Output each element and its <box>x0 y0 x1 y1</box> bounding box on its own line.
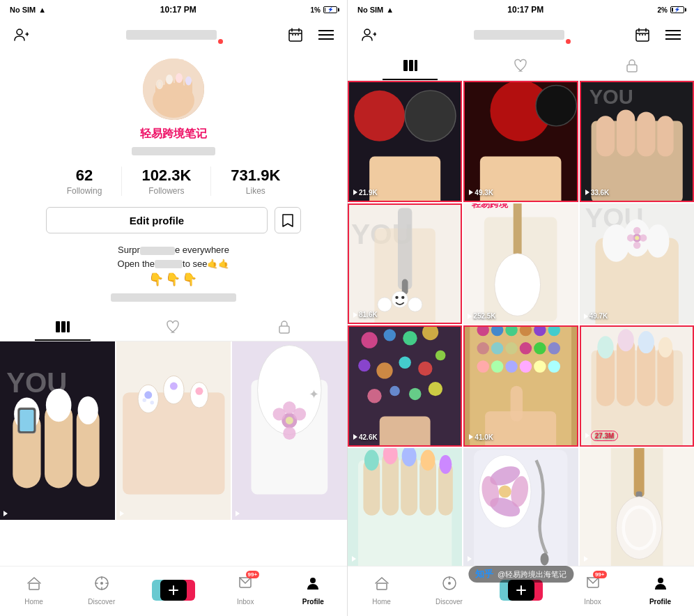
video-thumb-3[interactable]: ✦ <box>232 341 347 520</box>
svg-rect-142 <box>380 416 431 445</box>
tab-videos-2[interactable] <box>355 50 465 80</box>
view-count-2 <box>120 511 124 516</box>
battery-pct-1: 1% <box>311 6 321 14</box>
view-count-v11 <box>468 556 472 562</box>
avatar <box>143 59 204 120</box>
carrier-1: No SIM <box>10 6 36 14</box>
tab-private[interactable] <box>229 313 340 341</box>
likes-label: Likes <box>246 186 265 196</box>
nav-home-1[interactable]: Home <box>17 575 52 606</box>
video-grid-1: YOU <box>0 341 347 566</box>
nav-profile-2[interactable]: Profile <box>643 575 678 606</box>
stat-following[interactable]: 62 Following <box>47 167 123 196</box>
plus-button[interactable] <box>152 578 195 602</box>
tab-videos[interactable] <box>7 313 118 341</box>
calendar-icon-1[interactable] <box>284 24 307 46</box>
svg-text:轻易跨境: 轻易跨境 <box>471 203 509 209</box>
tab-liked[interactable] <box>118 313 229 341</box>
svg-point-68 <box>364 29 370 35</box>
video-grid-2: 21.9K 49.3K YOU <box>348 81 694 566</box>
status-right-2: 2% ⚡ <box>658 6 684 14</box>
bottom-nav-1: Home Discover <box>0 566 347 616</box>
svg-point-141 <box>429 382 442 396</box>
video-cell-10[interactable] <box>348 448 462 567</box>
add-user-button-1[interactable] <box>10 24 32 46</box>
tab-liked-2[interactable] <box>465 50 576 80</box>
home-label-1: Home <box>24 598 43 606</box>
view-count-v1: 21.9K <box>353 189 378 197</box>
view-count-3 <box>236 511 240 516</box>
nav-home-2[interactable]: Home <box>364 575 399 606</box>
video-cell-12[interactable] <box>580 448 694 567</box>
svg-text:✦: ✦ <box>309 387 319 401</box>
svg-rect-99 <box>657 116 673 156</box>
video-cell-9[interactable]: 27.3M <box>580 325 694 447</box>
top-nav-center-2 <box>474 30 569 40</box>
view-count-v5: 252.5K <box>468 312 495 320</box>
view-count-v7: 42.6K <box>353 433 378 441</box>
phone2-content: 21.9K 49.3K YOU <box>348 50 694 566</box>
svg-rect-81 <box>403 60 408 71</box>
calendar-icon-2[interactable] <box>631 24 654 46</box>
svg-point-174 <box>658 337 672 357</box>
view-count-v8: 41.0K <box>469 433 493 441</box>
svg-point-151 <box>477 342 489 354</box>
inbox-label-1: Inbox <box>237 598 254 606</box>
video-cell-1[interactable]: 21.9K <box>348 81 462 202</box>
wifi-icon-1: ▲ <box>38 6 46 14</box>
svg-point-35 <box>78 396 98 424</box>
svg-point-87 <box>405 91 456 141</box>
nav-inbox-2[interactable]: 99+ Inbox <box>576 575 610 606</box>
view-count-1 <box>3 511 8 516</box>
menu-icon-1[interactable] <box>315 24 337 46</box>
time-2: 10:17 PM <box>507 5 543 15</box>
status-right-1: 1% ⚡ <box>311 6 337 14</box>
stat-likes[interactable]: 731.9K Likes <box>211 167 300 196</box>
stat-followers[interactable]: 102.3K Followers <box>122 167 211 196</box>
view-count-v2: 49.3K <box>469 189 493 197</box>
inbox-badge-count-2: 99+ <box>593 571 607 578</box>
tab-private-2[interactable] <box>576 50 687 80</box>
nav-profile-1[interactable]: Profile <box>295 575 330 606</box>
edit-profile-button[interactable]: Edit profile <box>46 207 268 233</box>
bookmark-button[interactable] <box>275 207 301 233</box>
svg-point-60 <box>100 582 103 585</box>
followers-label: Followers <box>148 186 184 196</box>
menu-icon-2[interactable] <box>662 24 684 46</box>
time-1: 10:17 PM <box>160 5 196 15</box>
svg-point-204 <box>448 582 451 585</box>
video-cell-2[interactable]: 49.3K <box>463 81 578 202</box>
svg-point-21 <box>176 73 183 83</box>
svg-point-20 <box>166 75 173 84</box>
nav-discover-1[interactable]: Discover <box>84 575 119 606</box>
svg-point-137 <box>435 351 446 361</box>
video-cell-6[interactable]: YOU 49.7K <box>580 203 694 325</box>
discover-label-2: Discover <box>435 598 463 606</box>
video-cell-11[interactable] <box>463 448 578 567</box>
svg-point-152 <box>491 342 503 354</box>
video-thumb-1[interactable]: YOU <box>0 341 115 520</box>
stats-row: 62 Following 102.3K Followers 731.9K Lik… <box>14 167 333 196</box>
phone-2: No SIM ▲ 10:17 PM 2% ⚡ <box>347 0 694 616</box>
video-cell-8[interactable]: 41.0K <box>463 325 578 447</box>
view-count-v12 <box>584 556 588 562</box>
svg-point-182 <box>364 449 379 470</box>
video-cell-5[interactable]: 轻易跨境 252.5K <box>463 203 578 325</box>
watermark-text: @轻易跨境出海笔记 <box>498 569 566 580</box>
video-cell-3[interactable]: YOU 33.6K <box>580 81 694 202</box>
battery-icon-2: ⚡ <box>670 6 684 13</box>
profile-username: 轻易跨境笔记 <box>140 127 207 141</box>
svg-point-7 <box>292 34 293 36</box>
svg-point-158 <box>491 360 503 372</box>
svg-point-77 <box>645 34 646 36</box>
bio-section: Surpre everywhere Open theto see🤙🤙 👇👇👇 <box>90 243 257 302</box>
svg-rect-164 <box>511 386 523 422</box>
nav-discover-2[interactable]: Discover <box>432 575 467 606</box>
add-user-button-2[interactable] <box>357 24 380 46</box>
nav-inbox-1[interactable]: 99+ Inbox <box>228 575 263 606</box>
video-cell-7[interactable]: 42.6K <box>348 325 462 447</box>
video-cell-4[interactable]: YOU 81.6K <box>348 203 462 325</box>
carrier-2: No SIM <box>357 6 383 14</box>
charging-icon-2: ⚡ <box>674 7 681 13</box>
video-thumb-2[interactable] <box>116 341 231 520</box>
